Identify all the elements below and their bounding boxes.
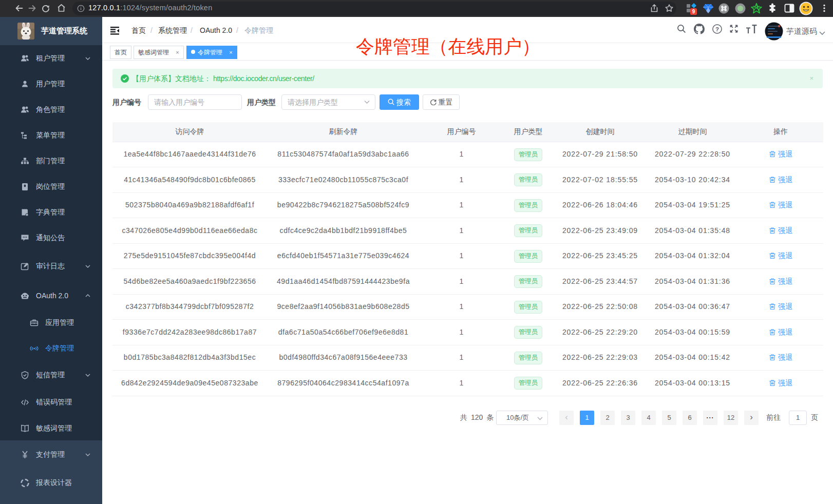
- svg-text:?: ?: [715, 26, 719, 32]
- svg-text:9: 9: [692, 9, 695, 14]
